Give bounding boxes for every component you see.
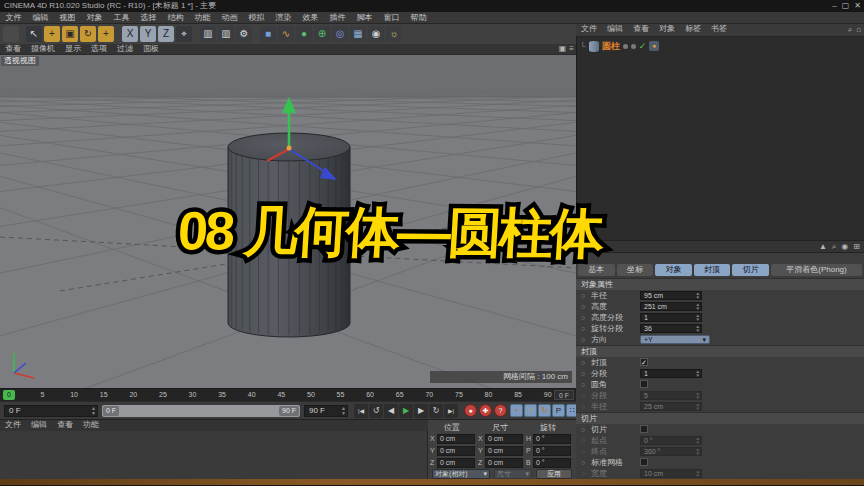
search-icon[interactable]: ⌕ — [832, 242, 836, 252]
loop-forward-button[interactable]: ↻ — [429, 404, 443, 418]
menu-item[interactable]: 编辑 — [27, 12, 54, 23]
home-icon[interactable]: ⌂ — [856, 25, 861, 35]
keyframe-dot-icon[interactable]: ○ — [581, 324, 585, 333]
attribute-checkbox[interactable] — [640, 425, 648, 433]
object-manager-menu-item[interactable]: 对象 — [654, 24, 680, 36]
keyframe-dot-icon[interactable]: ○ — [581, 302, 585, 311]
range-end-handle[interactable]: 90 F — [279, 406, 299, 416]
render-view-button[interactable]: ▥ — [200, 26, 216, 42]
object-manager-menu-item[interactable]: 编辑 — [602, 24, 628, 36]
object-manager-menu-item[interactable]: 标签 — [680, 24, 706, 36]
stepper-arrows-icon[interactable]: ▲▼ — [696, 314, 700, 322]
coordinate-value-field[interactable]: 0 ° — [533, 434, 571, 444]
viewport-canvas[interactable] — [0, 55, 576, 388]
add-camera-button[interactable]: ◉ — [368, 26, 384, 42]
move-tool-button[interactable]: + — [44, 26, 60, 42]
scale-tool-button[interactable]: ▣ — [62, 26, 78, 42]
coordinate-value-field[interactable]: 0 cm — [437, 434, 475, 444]
play-button[interactable]: ▶ — [399, 404, 413, 418]
add-scene-button[interactable]: ▦ — [350, 26, 366, 42]
coordinate-value-field[interactable]: 0 ° — [533, 458, 571, 468]
add-spline-button[interactable]: ∿ — [278, 26, 294, 42]
add-modeling-button[interactable]: ⊕ — [314, 26, 330, 42]
autokey-button[interactable]: ✚ — [479, 404, 492, 417]
goto-end-button[interactable]: ▶| — [444, 404, 458, 418]
stepper-arrows-icon[interactable]: ▲▼ — [696, 392, 700, 400]
keyframe-dot-icon[interactable]: ○ — [581, 335, 585, 344]
coordinate-mode-dropdown[interactable]: 对象(相对)▾ — [432, 469, 490, 479]
viewport-menu-item[interactable]: 面板 — [138, 44, 164, 54]
stepper-arrows-icon[interactable]: ▲▼ — [696, 292, 700, 300]
coordinate-value-field[interactable]: 0 cm — [437, 446, 475, 456]
menu-item[interactable]: 动画 — [216, 12, 243, 23]
visibility-editor-dot[interactable] — [623, 44, 628, 49]
lock-y-button[interactable]: Y — [140, 26, 156, 42]
attribute-value-field[interactable]: 36▲▼ — [640, 324, 702, 333]
menu-item[interactable]: 结构 — [162, 12, 189, 23]
menu-item[interactable]: 窗口 — [378, 12, 405, 23]
lock-z-button[interactable]: Z — [158, 26, 174, 42]
key-position-toggle[interactable]: + — [510, 404, 523, 417]
keyframe-dot-icon[interactable]: ○ — [581, 425, 585, 434]
object-name-label[interactable]: 圆柱 — [602, 40, 620, 52]
attribute-value-field[interactable]: 1▲▼ — [640, 313, 702, 322]
keyframe-dot-icon[interactable]: ○ — [581, 358, 585, 367]
minimize-button[interactable]: – — [832, 0, 836, 12]
timeline-ruler[interactable]: 0 0 F 0510152025303540455055606570758085… — [0, 388, 576, 401]
panel-swap-icon[interactable]: ▣ — [559, 44, 567, 54]
attribute-checkbox[interactable] — [640, 458, 648, 466]
add-deformer-button[interactable]: ◎ — [332, 26, 348, 42]
lock-icon[interactable]: ◉ — [841, 242, 848, 252]
add-nurbs-button[interactable]: ● — [296, 26, 312, 42]
coordinate-value-field[interactable]: 0 cm — [485, 458, 523, 468]
attribute-section-header[interactable]: 封顶 — [576, 345, 864, 357]
stepper-arrows-icon[interactable]: ▲▼ — [696, 448, 700, 456]
object-manager-menu-item[interactable]: 查看 — [628, 24, 654, 36]
stepper-arrows-icon[interactable]: ▲▼ — [696, 370, 700, 378]
material-menu-item[interactable]: 查看 — [52, 420, 78, 431]
attribute-checkbox[interactable] — [640, 380, 648, 388]
menu-item[interactable]: 工具 — [108, 12, 135, 23]
prev-frame-button[interactable]: ◀ — [384, 404, 398, 418]
menu-item[interactable]: 帮助 — [405, 12, 432, 23]
keyframe-dot-icon[interactable]: ○ — [581, 458, 585, 467]
viewport-menu-item[interactable]: 查看 — [0, 44, 26, 54]
visibility-render-dot[interactable] — [631, 44, 636, 49]
stepper-arrows-icon[interactable]: ▲▼ — [696, 470, 700, 478]
menu-item[interactable]: 选择 — [135, 12, 162, 23]
key-scale-toggle[interactable]: □ — [524, 404, 537, 417]
attribute-tab[interactable]: 对象 — [655, 264, 692, 276]
attribute-value-field[interactable]: 1▲▼ — [640, 369, 702, 378]
coordinate-value-field[interactable]: 0 cm — [437, 458, 475, 468]
size-mode-dropdown[interactable]: 尺寸▾ — [494, 469, 532, 479]
timeline-playhead[interactable]: 0 — [3, 390, 15, 400]
viewport-menu-item[interactable]: 过滤 — [112, 44, 138, 54]
attribute-section-header[interactable]: 对象属性 — [576, 278, 864, 290]
maximize-button[interactable]: ▢ — [842, 0, 850, 12]
object-row-cylinder[interactable]: └ 圆柱 ✓ ● — [580, 40, 659, 52]
keyframe-dot-icon[interactable]: ○ — [581, 313, 585, 322]
render-settings-button[interactable]: ⚙ — [236, 26, 252, 42]
coordinate-value-field[interactable]: 0 ° — [533, 446, 571, 456]
frame-range-slider[interactable]: 0 F 90 F — [102, 405, 300, 417]
attribute-tab[interactable]: 切片 — [732, 264, 769, 276]
search-icon[interactable]: ⌕ — [848, 25, 852, 35]
stepper-arrows-icon[interactable]: ▲▼ — [696, 437, 700, 445]
close-button[interactable]: ✕ — [854, 0, 861, 12]
keyframe-dot-icon[interactable]: ○ — [581, 447, 585, 456]
attribute-tab[interactable]: 封顶 — [694, 264, 731, 276]
menu-item[interactable]: 功能 — [189, 12, 216, 23]
add-primitive-button[interactable]: ■ — [260, 26, 276, 42]
material-menu-item[interactable]: 编辑 — [26, 420, 52, 431]
attribute-dropdown[interactable]: +Y▾ — [640, 335, 710, 344]
range-start-handle[interactable]: 0 F — [103, 406, 119, 416]
key-parameter-toggle[interactable]: P — [552, 404, 565, 417]
viewport-menu-item[interactable]: 摄像机 — [26, 44, 60, 54]
end-frame-field[interactable]: 90 F▲▼ — [304, 405, 348, 417]
filter-arrow-icon[interactable]: ▲ — [819, 242, 827, 252]
attribute-tab[interactable]: 坐标 — [617, 264, 654, 276]
rotate-tool-button[interactable]: ↻ — [80, 26, 96, 42]
attribute-checkbox[interactable]: ✓ — [640, 358, 648, 366]
keyframe-dot-icon[interactable]: ○ — [581, 380, 585, 389]
stepper-arrows-icon[interactable]: ▲▼ — [696, 403, 700, 411]
